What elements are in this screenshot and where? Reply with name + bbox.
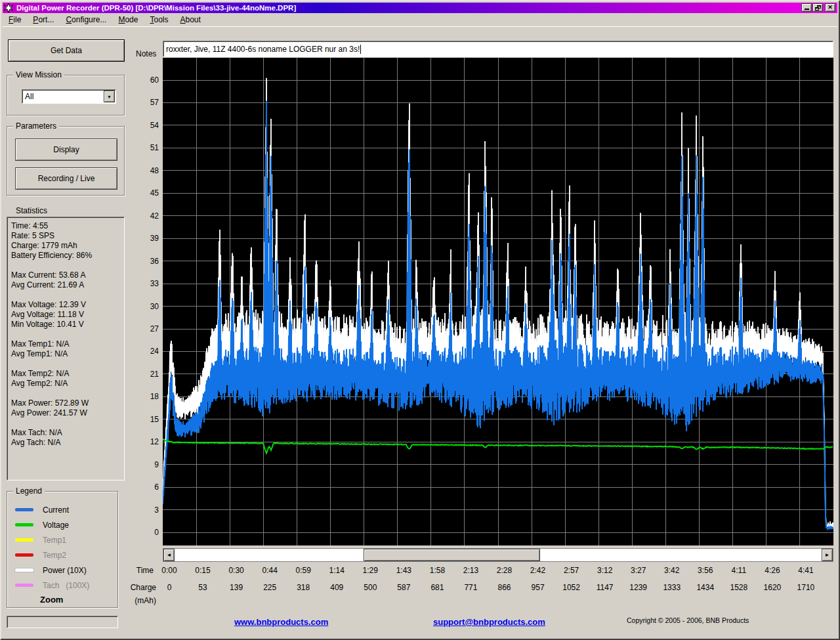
mission-dropdown[interactable]: All ▼: [22, 89, 116, 104]
support-email-link[interactable]: support@bnbproducts.com: [433, 617, 545, 627]
time-tick-label: 0:00: [155, 566, 184, 575]
menu-item-port[interactable]: Port...: [27, 14, 60, 26]
y-tick-label: 33: [136, 279, 159, 288]
minimize-button[interactable]: [801, 3, 812, 12]
legend-group: Legend CurrentVoltageTemp1Temp2Power (10…: [7, 491, 118, 608]
close-icon: ✕: [828, 4, 833, 11]
time-tick-label: 3:56: [691, 566, 720, 575]
stat-line: Avg Voltage: 11.18 V: [11, 310, 124, 320]
recording-live-button-label: Recording / Live: [38, 174, 95, 183]
time-tick-label: 1:29: [356, 566, 385, 575]
stat-line: Charge: 1779 mAh: [11, 241, 124, 251]
time-tick-label: 2:57: [557, 566, 586, 575]
stat-line: Time: 4:55: [11, 221, 124, 231]
charge-tick-label: 1434: [691, 583, 720, 592]
time-tick-label: 2:42: [524, 566, 553, 575]
time-tick-label: 1:14: [322, 566, 351, 575]
y-tick-label: 51: [136, 143, 159, 152]
time-tick-label: 4:41: [791, 566, 820, 575]
charge-tick-label: 139: [222, 583, 251, 592]
charge-tick-label: 866: [490, 583, 519, 592]
charge-axis-label: Charge: [123, 583, 156, 592]
scroll-right-button[interactable]: ►: [822, 549, 833, 561]
notes-input[interactable]: roxxter, Jive, 11Z 4400-6s noname LOGGER…: [163, 41, 833, 57]
time-tick-label: 0:59: [289, 566, 318, 575]
legend-item-power-10x[interactable]: Power (10X): [7, 563, 117, 578]
copyright-text: Copyright © 2005 - 2006, BNB Products: [627, 616, 749, 624]
menu-item-tools[interactable]: Tools: [144, 14, 174, 26]
legend-label: Temp1: [43, 536, 66, 545]
legend-item-temp2[interactable]: Temp2: [7, 547, 117, 563]
mission-dropdown-value: All: [25, 92, 104, 101]
app-window: Digital Power Recorder (DPR-50) [D:\DPR\…: [0, 0, 840, 640]
legend-title: Legend: [13, 487, 45, 496]
get-data-button[interactable]: Get Data: [8, 39, 125, 62]
progress-bar: [7, 616, 118, 628]
notes-label: Notes: [136, 49, 156, 58]
legend-item-temp1[interactable]: Temp1: [7, 532, 117, 547]
charge-tick-label: 681: [423, 583, 452, 592]
view-mission-group: View Mission All ▼: [7, 75, 125, 116]
charge-tick-label: 1528: [724, 583, 753, 592]
website-link[interactable]: www.bnbproducts.com: [234, 617, 328, 627]
y-tick-label: 54: [136, 121, 159, 130]
time-tick-label: 2:28: [490, 566, 519, 575]
chart-grid: [163, 58, 833, 545]
statistics-title: Statistics: [16, 206, 47, 215]
y-tick-label: 9: [136, 460, 159, 469]
charge-tick-label: 225: [255, 583, 284, 592]
y-tick-label: 24: [136, 347, 159, 356]
stat-line: [11, 389, 124, 398]
y-tick-label: 45: [136, 188, 159, 198]
stat-line: Max Voltage: 12.39 V: [11, 300, 124, 310]
charge-tick-label: 771: [456, 583, 485, 592]
charge-tick-label: 1620: [758, 583, 787, 592]
arrow-left-icon: ◄: [167, 552, 172, 558]
parameters-title: Parameters: [13, 122, 59, 131]
menu-item-file[interactable]: File: [3, 14, 27, 26]
title-bar[interactable]: Digital Power Recorder (DPR-50) [D:\DPR\…: [3, 3, 837, 13]
y-tick-label: 48: [136, 166, 159, 175]
chart-scrollbar[interactable]: ◄ ►: [163, 548, 833, 562]
menu-item-mode[interactable]: Mode: [112, 14, 144, 26]
charge-tick-label: 1333: [658, 583, 686, 592]
stat-line: Avg Power: 241.57 W: [11, 408, 124, 418]
close-button[interactable]: ✕: [825, 3, 835, 12]
dropdown-arrow-button[interactable]: ▼: [104, 91, 115, 102]
legend-item-current[interactable]: Current: [7, 502, 117, 517]
menu-item-configure[interactable]: Configure...: [60, 14, 112, 26]
legend-item-tach-100x[interactable]: Tach (100X): [7, 578, 117, 593]
stat-line: Rate: 5 SPS: [11, 231, 124, 241]
charge-tick-label: 1239: [624, 583, 653, 592]
y-tick-label: 27: [136, 324, 159, 333]
statistics-panel: Time: 4:55Rate: 5 SPSCharge: 1779 mAhBat…: [7, 217, 125, 480]
y-tick-label: 30: [136, 302, 159, 311]
y-tick-label: 36: [136, 257, 159, 266]
stat-line: [11, 290, 124, 300]
time-tick-label: 1:43: [389, 566, 418, 575]
stat-line: Min Voltage: 10.41 V: [11, 320, 124, 330]
legend-zoom-label: Zoom: [40, 595, 117, 605]
y-tick-label: 18: [136, 392, 159, 401]
scroll-left-button[interactable]: ◄: [163, 549, 175, 561]
chevron-down-icon: ▼: [107, 95, 112, 99]
charge-tick-label: 1147: [591, 583, 620, 592]
scroll-thumb[interactable]: [364, 549, 540, 561]
charge-tick-label: 1710: [791, 583, 820, 592]
y-tick-label: 12: [136, 437, 159, 446]
window-title: Digital Power Recorder (DPR-50) [D:\DPR\…: [16, 4, 296, 12]
time-tick-label: 2:13: [456, 566, 485, 575]
y-tick-label: 0: [136, 528, 159, 537]
menu-item-about[interactable]: About: [174, 14, 206, 26]
stat-line: Max Temp2: N/A: [11, 369, 124, 379]
legend-item-voltage[interactable]: Voltage: [7, 517, 117, 532]
restore-button[interactable]: [812, 3, 823, 12]
recording-live-button[interactable]: Recording / Live: [15, 167, 117, 190]
charge-tick-label: 500: [356, 583, 385, 592]
power-chart[interactable]: [163, 58, 833, 545]
stat-line: Max Tach: N/A: [11, 428, 124, 438]
display-button[interactable]: Display: [15, 139, 117, 161]
legend-label: Tach (100X): [43, 581, 89, 590]
y-tick-label: 15: [136, 415, 159, 424]
charge-tick-label: 587: [389, 583, 418, 592]
